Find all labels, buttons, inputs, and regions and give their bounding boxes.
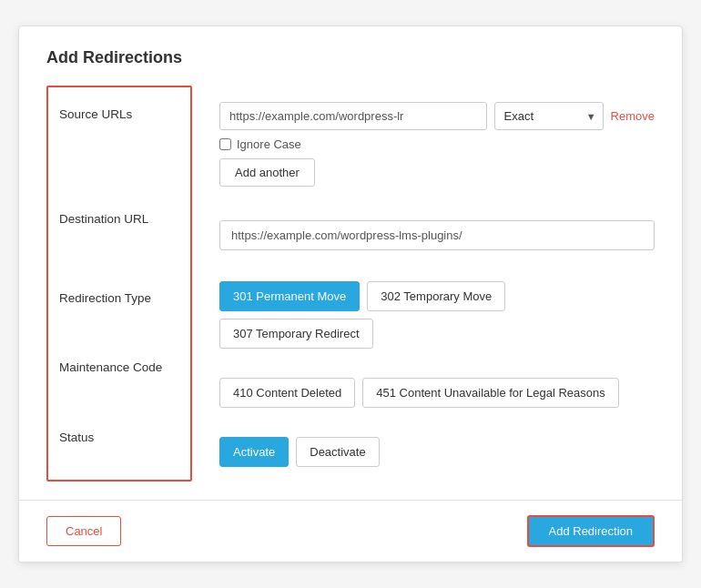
labels-column: Source URLs Destination URL Redirection … [46, 86, 192, 482]
redirection-type-section: 301 Permanent Move 302 Temporary Move 30… [219, 267, 655, 363]
code-410-button[interactable]: 410 Content Deleted [219, 378, 355, 408]
match-type-wrapper: Exact Regex Contains ▼ [494, 102, 604, 130]
modal-body: Add Redirections Source URLs Destination… [19, 26, 682, 500]
form-content: Exact Regex Contains ▼ Remove Ignore Cas… [192, 86, 655, 482]
code-451-button[interactable]: 451 Content Unavailable for Legal Reason… [362, 378, 619, 408]
remove-link[interactable]: Remove [611, 109, 655, 123]
type-307-button[interactable]: 307 Temporary Redirect [219, 319, 373, 349]
activate-button[interactable]: Activate [219, 437, 289, 467]
source-url-input[interactable] [219, 102, 487, 130]
source-urls-label: Source URLs [48, 87, 190, 192]
cancel-button[interactable]: Cancel [46, 516, 121, 546]
redirection-type-label: Redirection Type [48, 271, 190, 340]
ignore-case-row: Ignore Case [219, 137, 655, 151]
status-buttons: Activate Deactivate [219, 437, 655, 467]
add-redirection-button[interactable]: Add Redirection [527, 515, 655, 547]
destination-url-label: Destination URL [48, 192, 190, 270]
deactivate-button[interactable]: Deactivate [296, 437, 379, 467]
redirection-type-buttons: 301 Permanent Move 302 Temporary Move 30… [219, 281, 655, 349]
maintenance-code-buttons: 410 Content Deleted 451 Content Unavaila… [219, 378, 655, 408]
match-type-select[interactable]: Exact Regex Contains [494, 102, 604, 130]
source-url-row: Exact Regex Contains ▼ Remove [219, 102, 655, 130]
ignore-case-label: Ignore Case [237, 137, 301, 151]
maintenance-code-label: Maintenance Code [48, 340, 190, 410]
ignore-case-checkbox[interactable] [219, 138, 231, 150]
status-section: Activate Deactivate [219, 422, 655, 482]
modal-title: Add Redirections [46, 48, 655, 67]
add-another-button[interactable]: Add another [219, 158, 315, 187]
maintenance-code-section: 410 Content Deleted 451 Content Unavaila… [219, 363, 655, 422]
status-label: Status [48, 411, 190, 480]
type-301-button[interactable]: 301 Permanent Move [219, 281, 360, 311]
type-302-button[interactable]: 302 Temporary Move [367, 281, 505, 311]
source-urls-section: Exact Regex Contains ▼ Remove Ignore Cas… [219, 86, 655, 203]
modal-footer: Cancel Add Redirection [19, 500, 682, 562]
destination-url-section [219, 203, 655, 267]
add-redirections-modal: Add Redirections Source URLs Destination… [18, 25, 683, 563]
destination-url-input[interactable] [219, 220, 655, 250]
